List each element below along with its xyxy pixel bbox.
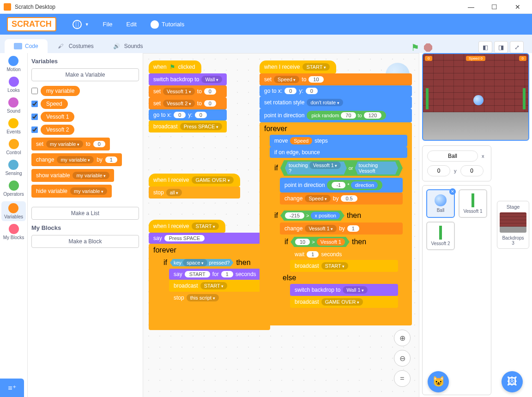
script-stack[interactable]: when I receiveSTART setSpeedto10 go to x… xyxy=(260,60,412,325)
block-hide-variable[interactable]: hide variable my variable xyxy=(31,185,112,198)
stage-preview[interactable]: 0Speed 00 xyxy=(422,53,529,141)
block-set-variable[interactable]: set my variable to 0 xyxy=(31,138,110,150)
block-stop[interactable]: stopall xyxy=(149,186,240,198)
zoom-in-button[interactable]: ⊕ xyxy=(394,330,411,346)
block-switch-backdrop[interactable]: switch backdrop toWall 1 xyxy=(290,284,398,296)
block-show-variable[interactable]: show variable my variable xyxy=(31,169,114,182)
make-block-button[interactable]: Make a Block xyxy=(31,235,139,248)
sprite-card[interactable]: Vessoft 2 xyxy=(426,222,455,250)
file-menu[interactable]: File xyxy=(103,21,113,28)
green-flag-button[interactable]: ⚑ xyxy=(411,42,419,53)
make-list-button[interactable]: Make a List xyxy=(31,207,139,220)
variable-checkbox[interactable] xyxy=(31,101,38,107)
block-change-variable[interactable]: change my variable by 1 xyxy=(31,153,122,166)
category-control[interactable]: Control xyxy=(6,139,21,155)
maximize-button[interactable]: ☐ xyxy=(484,0,505,14)
operator-gt[interactable]: -215>x position xyxy=(280,211,345,221)
block-if-edge-bounce[interactable]: if on edge, bounce xyxy=(270,147,407,158)
category-sound[interactable]: Sound xyxy=(7,97,20,114)
variable-reporter[interactable]: Speed xyxy=(41,99,68,109)
add-backdrop-button[interactable]: 🖼 xyxy=(502,371,523,392)
block-switch-backdrop[interactable]: switch backdrop toWall xyxy=(149,73,227,85)
language-menu[interactable]: ▼ xyxy=(73,20,89,29)
variable-checkbox[interactable] xyxy=(31,88,38,94)
category-operators[interactable]: Operators xyxy=(3,180,24,197)
hat-when-flag-clicked[interactable]: when⚑clicked xyxy=(149,60,201,73)
sensing-key-pressed[interactable]: key space pressed? xyxy=(170,259,233,266)
block-set-var[interactable]: setVessoft 2to0 xyxy=(149,97,227,109)
block-forever[interactable]: forever if key space pressed? then sayST… xyxy=(149,244,270,330)
block-change-var[interactable]: changeVessoft 1by1 xyxy=(280,223,403,235)
tutorials-button[interactable]: Tutorials xyxy=(151,20,184,29)
tab-code[interactable]: Code xyxy=(5,39,48,53)
block-set-var[interactable]: setVessoft 1to0 xyxy=(149,85,227,97)
block-wait[interactable]: wait1seconds xyxy=(290,249,398,260)
tab-sounds[interactable]: 🔊Sounds xyxy=(104,39,152,53)
variable-reporter[interactable]: my variable xyxy=(41,86,80,96)
add-sprite-button[interactable]: 😺 xyxy=(428,371,449,392)
sprite-x-field[interactable]: 0 xyxy=(427,165,450,176)
close-button[interactable]: ✕ xyxy=(507,0,528,14)
block-change-var[interactable]: changeSpeedby0.5 xyxy=(280,192,403,205)
sprite-card[interactable]: Vessoft 1 xyxy=(459,189,487,218)
block-goto-xy[interactable]: go to x:0y:0 xyxy=(149,109,227,120)
block-goto-xy[interactable]: go to x:0y:0 xyxy=(260,85,412,96)
hat-when-receive[interactable]: when I receiveSTART xyxy=(149,220,225,233)
script-stack[interactable]: when I receiveGAME OVER stopall xyxy=(149,174,240,198)
block-palette[interactable]: Variables Make a Variable my variableSpe… xyxy=(28,53,143,397)
operator-or[interactable]: touching Vessoft 1 ? or touching Vessoft xyxy=(280,160,403,176)
zoom-reset-button[interactable]: = xyxy=(394,370,411,387)
operator-gt[interactable]: 10>Vessoft 1 xyxy=(290,237,350,247)
block-say[interactable]: sayPress SPACE xyxy=(149,233,270,244)
block-move-steps[interactable]: moveSpeedsteps xyxy=(270,135,407,147)
variable-reporter[interactable]: Vessoft 1 xyxy=(41,112,74,122)
minimize-button[interactable]: — xyxy=(460,0,482,14)
script-stack[interactable]: when I receiveSTART sayPress SPACE forev… xyxy=(149,220,270,330)
category-sensing[interactable]: Sensing xyxy=(5,160,22,176)
sprite-name-field[interactable]: Ball xyxy=(427,150,478,162)
hat-when-receive[interactable]: when I receiveSTART xyxy=(260,60,336,73)
block-if[interactable]: if touching Vessoft 1 ? or touching Vess… xyxy=(270,158,407,208)
stage-small-button[interactable]: ◧ xyxy=(478,41,492,53)
stage-large-button[interactable]: ◨ xyxy=(494,41,508,53)
block-broadcast[interactable]: broadcastPress SPACE xyxy=(149,120,227,132)
block-if[interactable]: if -215>x position then changeVessoft 1b… xyxy=(270,208,407,314)
hat-when-receive[interactable]: when I receiveGAME OVER xyxy=(149,174,240,186)
sprite-y-field[interactable]: 0 xyxy=(460,165,484,176)
block-broadcast[interactable]: broadcastSTART xyxy=(290,260,398,272)
operator-pick-random[interactable]: pick random70to120 xyxy=(307,111,386,120)
block-say-for[interactable]: saySTARTfor1seconds xyxy=(169,269,261,280)
variable-checkbox[interactable] xyxy=(31,126,38,133)
delete-sprite-button[interactable]: ✕ xyxy=(449,188,456,195)
script-stack[interactable]: when⚑clicked switch backdrop toWall setV… xyxy=(149,60,227,132)
category-events[interactable]: Events xyxy=(6,118,21,134)
variable-reporter[interactable]: Vessoft 2 xyxy=(41,125,74,135)
block-point-direction[interactable]: point in directionpick random70to120 xyxy=(260,108,412,122)
stage-selector[interactable]: Stage Backdrops 3 xyxy=(497,201,529,249)
block-forever[interactable]: forever moveSpeedsteps if on edge, bounc… xyxy=(260,122,412,325)
sensing-touching[interactable]: touching Vessoft xyxy=(355,162,399,174)
block-point-direction[interactable]: point in direction-1*direction xyxy=(280,178,403,192)
block-rotation-style[interactable]: set rotation styledon't rotate xyxy=(260,96,412,108)
category-my-blocks[interactable]: My Blocks xyxy=(3,224,24,240)
stop-button[interactable] xyxy=(424,43,432,52)
category-variables[interactable]: Variables xyxy=(1,201,26,221)
sprite-card[interactable]: ✕Ball xyxy=(426,189,455,218)
block-broadcast[interactable]: broadcastGAME OVER xyxy=(290,296,398,308)
add-extension-button[interactable]: ≡⁺ xyxy=(0,379,24,397)
block-if[interactable]: if key space pressed? then saySTARTfor1s… xyxy=(159,256,266,307)
block-stop[interactable]: stopthis script xyxy=(169,292,261,304)
variable-checkbox[interactable] xyxy=(31,114,38,120)
block-if-else[interactable]: if 10>Vessoft 1 then wait1seconds broadc… xyxy=(280,235,403,311)
edit-menu[interactable]: Edit xyxy=(127,21,137,28)
sensing-touching[interactable]: touching Vessoft 1 ? xyxy=(285,162,347,174)
fullscreen-button[interactable]: ⤢ xyxy=(510,41,524,53)
category-looks[interactable]: Looks xyxy=(7,77,20,93)
zoom-out-button[interactable]: ⊖ xyxy=(394,350,411,367)
block-set-var[interactable]: setSpeedto10 xyxy=(260,73,412,85)
category-motion[interactable]: Motion xyxy=(6,56,20,72)
block-broadcast[interactable]: broadcastSTART xyxy=(169,280,261,292)
script-workspace[interactable]: when⚑clicked switch backdrop toWall setV… xyxy=(143,53,419,397)
operator-multiply[interactable]: -1*direction xyxy=(327,180,382,190)
tab-costumes[interactable]: 🖌Costumes xyxy=(48,39,103,53)
